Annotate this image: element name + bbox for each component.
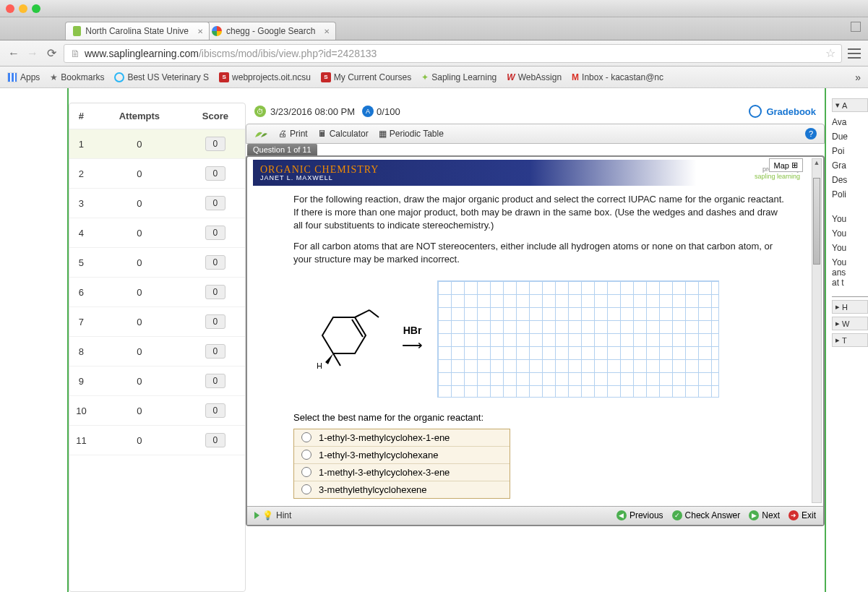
hint-button[interactable]: 💡Hint bbox=[254, 510, 291, 520]
score-button[interactable]: 0 bbox=[205, 137, 226, 151]
score-button[interactable]: 0 bbox=[205, 196, 226, 210]
sidebar-header[interactable]: ▾A bbox=[832, 98, 868, 112]
reaction-row: H HBr ⟶ bbox=[250, 273, 810, 405]
question-row[interactable]: 5 0 0 bbox=[69, 248, 245, 278]
q-number: 1 bbox=[69, 129, 93, 159]
close-tab-icon[interactable]: ✕ bbox=[197, 27, 203, 35]
sapling-leaf-icon bbox=[254, 129, 268, 139]
q-number: 8 bbox=[69, 337, 93, 366]
arrow-icon: ⟶ bbox=[402, 336, 423, 353]
help-button[interactable]: ? bbox=[805, 128, 817, 140]
circle-icon bbox=[114, 72, 124, 82]
score-button[interactable]: 0 bbox=[205, 403, 226, 418]
radio-input[interactable] bbox=[301, 432, 311, 442]
drawing-canvas[interactable] bbox=[437, 280, 719, 398]
bookmark-item[interactable]: ✦Sapling Learning bbox=[421, 72, 497, 82]
webassign-icon: W bbox=[507, 72, 515, 82]
sidebar-item: You bbox=[832, 241, 868, 255]
score-button[interactable]: 0 bbox=[205, 433, 226, 447]
option-3[interactable]: 3-methylethylcyclohexene bbox=[294, 481, 510, 498]
back-button[interactable]: ← bbox=[7, 47, 20, 60]
question-row[interactable]: 8 0 0 bbox=[69, 337, 245, 366]
sidebar-item: Ava bbox=[832, 115, 868, 129]
accordion-item[interactable]: ▸H bbox=[832, 300, 868, 314]
question-row[interactable]: 2 0 0 bbox=[69, 159, 245, 189]
score-button[interactable]: 0 bbox=[205, 344, 226, 359]
bookmark-item[interactable]: WWebAssign bbox=[507, 72, 562, 82]
previous-button[interactable]: ◀Previous bbox=[616, 510, 663, 520]
q-score: 0 bbox=[186, 189, 245, 218]
next-button[interactable]: ▶Next bbox=[749, 510, 780, 520]
q-score: 0 bbox=[186, 396, 245, 426]
question-row[interactable]: 3 0 0 bbox=[69, 189, 245, 218]
question-row[interactable]: 4 0 0 bbox=[69, 218, 245, 248]
option-0[interactable]: 1-ethyl-3-methylcyclohex-1-ene bbox=[294, 429, 510, 447]
close-window-icon[interactable] bbox=[6, 4, 14, 13]
bookmark-item[interactable]: ★Bookmarks bbox=[50, 72, 104, 82]
expand-window-icon[interactable] bbox=[851, 22, 861, 32]
bookmark-overflow[interactable]: » bbox=[855, 72, 861, 83]
scrollbar[interactable]: ▲ bbox=[812, 158, 822, 503]
browser-tab-1[interactable]: chegg - Google Search ✕ bbox=[204, 22, 336, 40]
question-row[interactable]: 9 0 0 bbox=[69, 366, 245, 396]
score-button[interactable]: 0 bbox=[205, 285, 226, 299]
question-row[interactable]: 7 0 0 bbox=[69, 307, 245, 337]
q-attempts: 0 bbox=[93, 278, 186, 307]
forward-button[interactable]: → bbox=[26, 47, 39, 60]
right-sidebar-cutoff: ▾A Ava Due Poi Gra Des Poli You You You … bbox=[825, 88, 868, 592]
play-icon: ▸ bbox=[835, 302, 840, 312]
accordion-item[interactable]: ▸W bbox=[832, 317, 868, 330]
radio-input[interactable] bbox=[301, 450, 311, 460]
url-input[interactable]: 🗎 www.saplinglearning.com/ibiscms/mod/ib… bbox=[64, 44, 842, 63]
exit-button[interactable]: ➜Exit bbox=[788, 510, 816, 520]
exit-icon: ➜ bbox=[788, 510, 799, 520]
gradebook-link[interactable]: Gradebook bbox=[749, 105, 816, 118]
score-button[interactable]: 0 bbox=[205, 226, 226, 240]
zoom-window-icon[interactable] bbox=[32, 4, 40, 13]
score-button[interactable]: 0 bbox=[205, 314, 226, 329]
ncsu-icon: S bbox=[321, 72, 331, 82]
reload-button[interactable]: ⟳ bbox=[45, 47, 58, 60]
q-number: 4 bbox=[69, 218, 93, 248]
minimize-window-icon[interactable] bbox=[19, 4, 27, 13]
svg-line-3 bbox=[369, 310, 379, 317]
answer-options: 1-ethyl-3-methylcyclohex-1-ene 1-ethyl-3… bbox=[293, 429, 510, 499]
print-button[interactable]: 🖨Print bbox=[278, 129, 308, 139]
bulb-icon: 💡 bbox=[262, 510, 273, 520]
page-content: # Attempts Score 1 0 02 0 03 0 04 bbox=[0, 88, 868, 592]
apps-button[interactable]: Apps bbox=[7, 72, 40, 82]
periodic-table-button[interactable]: ▦Periodic Table bbox=[379, 129, 444, 139]
select-prompt: Select the best name for the organic rea… bbox=[250, 405, 810, 429]
question-row[interactable]: 6 0 0 bbox=[69, 278, 245, 307]
question-row[interactable]: 11 0 0 bbox=[69, 426, 245, 455]
question-number-label: Question 1 of 11 bbox=[247, 144, 317, 155]
clock-icon: ⏱ bbox=[254, 106, 266, 117]
score-button[interactable]: 0 bbox=[205, 255, 226, 270]
scroll-up-icon[interactable]: ▲ bbox=[812, 159, 821, 168]
map-button[interactable]: Map⊞ bbox=[769, 158, 803, 172]
sidebar-item: Des bbox=[832, 173, 868, 187]
bookmark-item[interactable]: Swebprojects.oit.ncsu bbox=[219, 72, 311, 82]
check-answer-button[interactable]: ✓Check Answer bbox=[672, 510, 741, 520]
score-button[interactable]: 0 bbox=[205, 166, 226, 181]
browser-menu-button[interactable] bbox=[848, 47, 861, 60]
radio-input[interactable] bbox=[301, 467, 311, 477]
bookmark-item[interactable]: SMy Current Courses bbox=[321, 72, 411, 82]
q-attempts: 0 bbox=[93, 129, 186, 159]
bookmark-star-icon[interactable]: ☆ bbox=[825, 46, 835, 60]
scroll-thumb[interactable] bbox=[813, 178, 820, 265]
reaction-arrow: HBr ⟶ bbox=[402, 325, 423, 353]
question-row[interactable]: 1 0 0 bbox=[69, 129, 245, 159]
calculator-button[interactable]: 🖩Calculator bbox=[318, 129, 369, 139]
option-1[interactable]: 1-ethyl-3-methylcyclohexane bbox=[294, 447, 510, 464]
bookmark-item[interactable]: Best US Veterinary S bbox=[114, 72, 209, 82]
bookmark-item[interactable]: MInbox - kacastan@nc bbox=[572, 72, 663, 82]
browser-tab-0[interactable]: North Carolina State Unive ✕ bbox=[65, 22, 210, 40]
option-2[interactable]: 1-methyl-3-ethylcyclohex-3-ene bbox=[294, 464, 510, 481]
close-tab-icon[interactable]: ✕ bbox=[324, 27, 330, 35]
play-icon: ▸ bbox=[835, 319, 840, 328]
score-button[interactable]: 0 bbox=[205, 374, 226, 388]
radio-input[interactable] bbox=[301, 484, 311, 494]
question-row[interactable]: 10 0 0 bbox=[69, 396, 245, 426]
accordion-item[interactable]: ▸T bbox=[832, 333, 868, 347]
